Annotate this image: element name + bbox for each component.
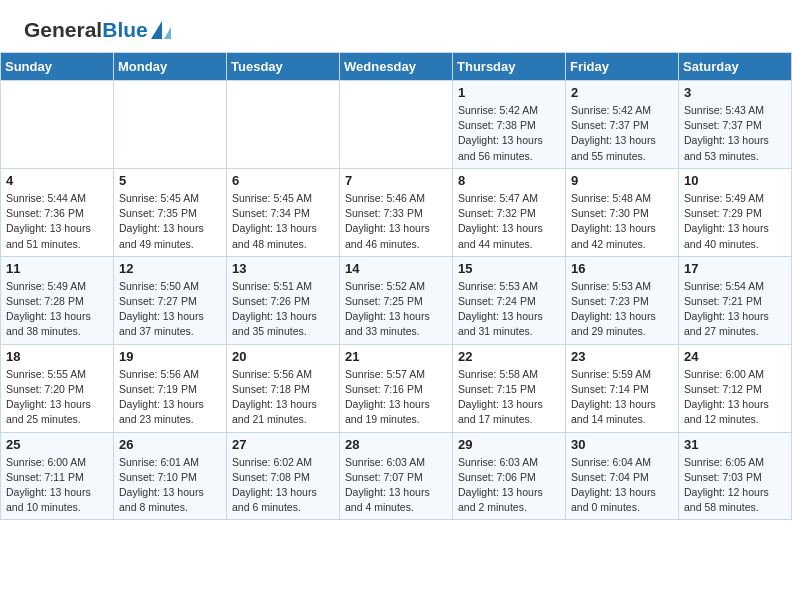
day-number: 6 [232,173,334,188]
weekday-header-saturday: Saturday [679,53,792,81]
triangle-big-icon [151,21,162,39]
calendar-cell: 10Sunrise: 5:49 AM Sunset: 7:29 PM Dayli… [679,168,792,256]
day-info: Sunrise: 5:45 AM Sunset: 7:35 PM Dayligh… [119,191,221,252]
day-info: Sunrise: 5:49 AM Sunset: 7:29 PM Dayligh… [684,191,786,252]
day-info: Sunrise: 5:47 AM Sunset: 7:32 PM Dayligh… [458,191,560,252]
calendar-cell: 24Sunrise: 6:00 AM Sunset: 7:12 PM Dayli… [679,344,792,432]
calendar-cell [340,81,453,169]
day-info: Sunrise: 5:46 AM Sunset: 7:33 PM Dayligh… [345,191,447,252]
day-number: 23 [571,349,673,364]
day-info: Sunrise: 5:45 AM Sunset: 7:34 PM Dayligh… [232,191,334,252]
calendar-table: SundayMondayTuesdayWednesdayThursdayFrid… [0,52,792,520]
day-info: Sunrise: 5:52 AM Sunset: 7:25 PM Dayligh… [345,279,447,340]
calendar-cell: 8Sunrise: 5:47 AM Sunset: 7:32 PM Daylig… [453,168,566,256]
day-info: Sunrise: 6:00 AM Sunset: 7:12 PM Dayligh… [684,367,786,428]
logo-text: GeneralBlue [24,18,148,42]
day-info: Sunrise: 5:43 AM Sunset: 7:37 PM Dayligh… [684,103,786,164]
day-info: Sunrise: 6:02 AM Sunset: 7:08 PM Dayligh… [232,455,334,516]
day-info: Sunrise: 5:57 AM Sunset: 7:16 PM Dayligh… [345,367,447,428]
day-number: 18 [6,349,108,364]
logo: GeneralBlue [24,18,171,42]
day-number: 29 [458,437,560,452]
day-number: 17 [684,261,786,276]
calendar-cell [114,81,227,169]
calendar-cell: 25Sunrise: 6:00 AM Sunset: 7:11 PM Dayli… [1,432,114,520]
day-number: 26 [119,437,221,452]
day-number: 12 [119,261,221,276]
weekday-header-wednesday: Wednesday [340,53,453,81]
calendar-cell: 15Sunrise: 5:53 AM Sunset: 7:24 PM Dayli… [453,256,566,344]
weekday-header-sunday: Sunday [1,53,114,81]
day-number: 7 [345,173,447,188]
day-info: Sunrise: 5:51 AM Sunset: 7:26 PM Dayligh… [232,279,334,340]
triangle-small-icon [164,27,171,39]
week-row-5: 25Sunrise: 6:00 AM Sunset: 7:11 PM Dayli… [1,432,792,520]
day-number: 22 [458,349,560,364]
weekday-header-monday: Monday [114,53,227,81]
day-info: Sunrise: 5:44 AM Sunset: 7:36 PM Dayligh… [6,191,108,252]
day-number: 3 [684,85,786,100]
day-number: 4 [6,173,108,188]
day-info: Sunrise: 5:54 AM Sunset: 7:21 PM Dayligh… [684,279,786,340]
day-number: 16 [571,261,673,276]
calendar-cell: 31Sunrise: 6:05 AM Sunset: 7:03 PM Dayli… [679,432,792,520]
day-info: Sunrise: 5:42 AM Sunset: 7:38 PM Dayligh… [458,103,560,164]
day-info: Sunrise: 5:50 AM Sunset: 7:27 PM Dayligh… [119,279,221,340]
calendar-cell: 27Sunrise: 6:02 AM Sunset: 7:08 PM Dayli… [227,432,340,520]
day-number: 9 [571,173,673,188]
calendar-cell: 23Sunrise: 5:59 AM Sunset: 7:14 PM Dayli… [566,344,679,432]
calendar-cell: 17Sunrise: 5:54 AM Sunset: 7:21 PM Dayli… [679,256,792,344]
calendar-cell: 6Sunrise: 5:45 AM Sunset: 7:34 PM Daylig… [227,168,340,256]
day-number: 13 [232,261,334,276]
calendar-cell: 5Sunrise: 5:45 AM Sunset: 7:35 PM Daylig… [114,168,227,256]
weekday-header-friday: Friday [566,53,679,81]
calendar-cell: 30Sunrise: 6:04 AM Sunset: 7:04 PM Dayli… [566,432,679,520]
day-number: 21 [345,349,447,364]
day-number: 20 [232,349,334,364]
day-info: Sunrise: 6:01 AM Sunset: 7:10 PM Dayligh… [119,455,221,516]
day-info: Sunrise: 5:53 AM Sunset: 7:23 PM Dayligh… [571,279,673,340]
calendar-cell: 11Sunrise: 5:49 AM Sunset: 7:28 PM Dayli… [1,256,114,344]
week-row-4: 18Sunrise: 5:55 AM Sunset: 7:20 PM Dayli… [1,344,792,432]
day-info: Sunrise: 6:04 AM Sunset: 7:04 PM Dayligh… [571,455,673,516]
calendar-cell [227,81,340,169]
page-header: GeneralBlue [0,0,792,52]
calendar-cell: 16Sunrise: 5:53 AM Sunset: 7:23 PM Dayli… [566,256,679,344]
day-info: Sunrise: 5:49 AM Sunset: 7:28 PM Dayligh… [6,279,108,340]
week-row-2: 4Sunrise: 5:44 AM Sunset: 7:36 PM Daylig… [1,168,792,256]
calendar-cell [1,81,114,169]
day-info: Sunrise: 5:59 AM Sunset: 7:14 PM Dayligh… [571,367,673,428]
calendar-cell: 29Sunrise: 6:03 AM Sunset: 7:06 PM Dayli… [453,432,566,520]
day-info: Sunrise: 5:56 AM Sunset: 7:18 PM Dayligh… [232,367,334,428]
day-info: Sunrise: 5:48 AM Sunset: 7:30 PM Dayligh… [571,191,673,252]
calendar-cell: 12Sunrise: 5:50 AM Sunset: 7:27 PM Dayli… [114,256,227,344]
day-info: Sunrise: 6:03 AM Sunset: 7:06 PM Dayligh… [458,455,560,516]
day-number: 30 [571,437,673,452]
day-number: 10 [684,173,786,188]
day-number: 27 [232,437,334,452]
day-number: 15 [458,261,560,276]
calendar-cell: 7Sunrise: 5:46 AM Sunset: 7:33 PM Daylig… [340,168,453,256]
calendar-cell: 28Sunrise: 6:03 AM Sunset: 7:07 PM Dayli… [340,432,453,520]
calendar-cell: 21Sunrise: 5:57 AM Sunset: 7:16 PM Dayli… [340,344,453,432]
calendar-cell: 13Sunrise: 5:51 AM Sunset: 7:26 PM Dayli… [227,256,340,344]
calendar-cell: 18Sunrise: 5:55 AM Sunset: 7:20 PM Dayli… [1,344,114,432]
calendar-cell: 3Sunrise: 5:43 AM Sunset: 7:37 PM Daylig… [679,81,792,169]
day-number: 24 [684,349,786,364]
calendar-cell: 20Sunrise: 5:56 AM Sunset: 7:18 PM Dayli… [227,344,340,432]
day-number: 14 [345,261,447,276]
day-number: 2 [571,85,673,100]
day-info: Sunrise: 5:53 AM Sunset: 7:24 PM Dayligh… [458,279,560,340]
week-row-3: 11Sunrise: 5:49 AM Sunset: 7:28 PM Dayli… [1,256,792,344]
calendar-cell: 26Sunrise: 6:01 AM Sunset: 7:10 PM Dayli… [114,432,227,520]
day-number: 25 [6,437,108,452]
day-info: Sunrise: 6:03 AM Sunset: 7:07 PM Dayligh… [345,455,447,516]
day-number: 31 [684,437,786,452]
week-row-1: 1Sunrise: 5:42 AM Sunset: 7:38 PM Daylig… [1,81,792,169]
logo-triangles [151,21,171,39]
day-info: Sunrise: 5:58 AM Sunset: 7:15 PM Dayligh… [458,367,560,428]
calendar-cell: 14Sunrise: 5:52 AM Sunset: 7:25 PM Dayli… [340,256,453,344]
day-number: 19 [119,349,221,364]
calendar-header: SundayMondayTuesdayWednesdayThursdayFrid… [1,53,792,81]
calendar-cell: 19Sunrise: 5:56 AM Sunset: 7:19 PM Dayli… [114,344,227,432]
